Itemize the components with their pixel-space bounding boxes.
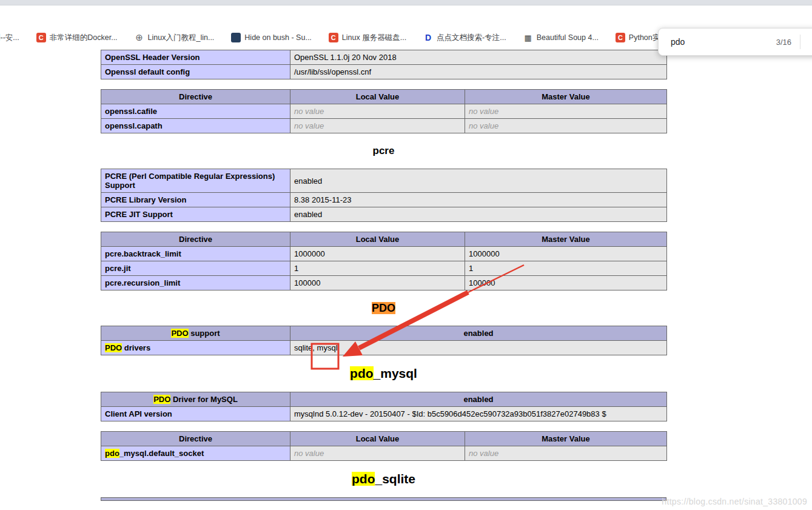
csdn-watermark: https://blog.csdn.net/sinat_33801009 [662, 497, 807, 506]
pdo-drivers-value-cell: sqlite, mysql [290, 341, 667, 355]
table-row: openssl.cafile no value no value [101, 104, 667, 119]
table-row: openssl.capath no value no value [101, 119, 667, 133]
table-row: Openssl default config /usr/lib/ssl/open… [101, 65, 667, 79]
find-match: pdo [352, 472, 375, 486]
find-input[interactable]: pdo [671, 37, 776, 47]
window-top-strip [0, 0, 812, 5]
current-find-match: PDO [372, 302, 395, 314]
find-in-page-bar: pdo 3/16 ∧ [658, 28, 812, 56]
table-row: PDO drivers sqlite, mysql [101, 341, 667, 355]
csdn-icon: C [36, 33, 46, 42]
setting-value-cell: OpenSSL 1.1.0j 20 Nov 2018 [290, 50, 667, 65]
bookmark-label: Beautiful Soup 4... [537, 33, 599, 42]
table-row: pcre.recursion_limit 100000 100000 [101, 276, 667, 290]
master-value-cell: 100000 [465, 276, 667, 290]
setting-value-cell: 8.38 2015-11-23 [290, 193, 667, 207]
bookmark-item[interactable]: ▦ Beautiful Soup 4... [523, 33, 599, 42]
setting-value-cell: enabled [290, 169, 667, 193]
directive-name-cell: openssl.cafile [101, 104, 290, 119]
pdo-mysql-driver-value-cell: enabled [290, 392, 667, 407]
table-header-row: PDO Driver for MySQL enabled [101, 392, 667, 407]
find-match: pdo [350, 366, 373, 380]
table-row: pdo_mysql.default_socket no value no val… [101, 446, 667, 461]
table-header-row: Directive Local Value Master Value [101, 432, 667, 446]
csdn-icon: C [616, 33, 625, 42]
find-match: pdo [105, 449, 119, 458]
directive-name-cell: pcre.backtrack_limit [101, 247, 290, 261]
pcre-directives-table: Directive Local Value Master Value pcre.… [101, 232, 667, 290]
globe-icon: ⊕ [135, 33, 144, 42]
grid-icon: ▦ [523, 33, 533, 42]
table-header-row: Directive Local Value Master Value [101, 90, 667, 104]
directive-name-cell: pdo_mysql.default_socket [101, 446, 290, 461]
section-heading-pcre: pcre [101, 143, 666, 159]
setting-name-cell: PCRE JIT Support [101, 207, 290, 222]
bookmark-label: Linux入门教程_lin... [148, 33, 215, 43]
master-value-cell: no value [465, 446, 667, 461]
master-value-cell: no value [465, 119, 667, 133]
find-match: PDO [171, 329, 188, 338]
pdo-support-value-cell: enabled [290, 326, 667, 341]
master-value-cell: 1 [465, 261, 667, 276]
bookmark-item[interactable]: C 非常详细的Docker... [36, 33, 118, 43]
setting-name-cell: PCRE Library Version [101, 193, 290, 207]
master-value-cell: 1000000 [465, 247, 667, 261]
local-value-header-cell: Local Value [290, 90, 465, 104]
directive-header-cell: Directive [101, 90, 290, 104]
bookmark-item[interactable]: ⊕ Linux入门教程_lin... [135, 33, 215, 43]
table-row: PCRE (Perl Compatible Regular Expression… [101, 169, 667, 193]
next-table-partial-edge [101, 497, 666, 501]
openssl-directives-table: Directive Local Value Master Value opens… [101, 89, 667, 133]
pdo-drivers-name-cell: PDO drivers [101, 341, 290, 355]
local-value-cell: no value [290, 119, 465, 133]
directive-header-cell: Directive [101, 232, 290, 247]
find-match-counter: 3/16 [776, 38, 791, 47]
pcre-info-table: PCRE (Perl Compatible Regular Expression… [101, 169, 667, 222]
openssl-config-table: OpenSSL Header Version OpenSSL 1.1.0j 20… [101, 50, 667, 79]
local-value-cell: 1 [290, 261, 465, 276]
master-value-header-cell: Master Value [465, 232, 667, 247]
local-value-header-cell: Local Value [290, 432, 465, 446]
table-row: OpenSSL Header Version OpenSSL 1.1.0j 20… [101, 50, 667, 65]
table-row: pcre.jit 1 1 [101, 261, 667, 276]
pdo-table: PDO support enabled PDO drivers sqlite, … [101, 326, 667, 355]
setting-name-cell: Openssl default config [101, 65, 290, 79]
bookmark-label: 点点文档搜索-专注... [437, 33, 506, 43]
section-heading-pdo-sqlite: pdo_sqlite [101, 471, 666, 488]
mysql-driver-value: mysql [317, 343, 338, 352]
table-row: PCRE JIT Support enabled [101, 207, 667, 222]
bookmark-label: Hide on bush - Su... [244, 33, 311, 42]
bookmark-label: 非常详细的Docker... [50, 33, 118, 43]
pdo-mysql-info-table: PDO Driver for MySQL enabled Client API … [101, 392, 667, 421]
bookmark-item[interactable]: D 点点文档搜索-专注... [423, 33, 506, 43]
pdo-support-header-cell: PDO support [101, 326, 290, 341]
local-value-cell: no value [290, 104, 465, 119]
bookmark-item[interactable]: 列--安... [0, 33, 19, 43]
table-header-row: PDO support enabled [101, 326, 667, 341]
directive-name-cell: pcre.recursion_limit [101, 276, 290, 290]
find-match: PDO [105, 343, 122, 352]
bookmark-item[interactable]: C Linux 服务器磁盘... [329, 33, 406, 43]
local-value-header-cell: Local Value [290, 232, 465, 247]
find-match: PDO [153, 395, 170, 404]
local-value-cell: 100000 [290, 276, 465, 290]
setting-name-cell: OpenSSL Header Version [101, 50, 290, 65]
master-value-header-cell: Master Value [465, 432, 667, 446]
setting-name-cell: PCRE (Perl Compatible Regular Expression… [101, 169, 290, 193]
bookmark-item[interactable]: Hide on bush - Su... [231, 33, 311, 42]
table-row: PCRE Library Version 8.38 2015-11-23 [101, 193, 667, 207]
section-heading-pdo-mysql: pdo_mysql [101, 365, 666, 382]
site-favicon-icon [231, 33, 241, 42]
table-header-row: Directive Local Value Master Value [101, 232, 667, 247]
directive-name-cell: openssl.capath [101, 119, 290, 133]
csdn-icon: C [329, 33, 338, 42]
master-value-cell: no value [465, 104, 667, 119]
bookmark-label: 列--安... [0, 33, 19, 43]
pdo-mysql-driver-header-cell: PDO Driver for MySQL [101, 392, 290, 407]
chevron-up-icon[interactable]: ∧ [809, 36, 812, 47]
find-divider [800, 35, 800, 49]
phpinfo-page: OpenSSL Header Version OpenSSL 1.1.0j 20… [0, 50, 812, 510]
docs-site-icon: D [423, 33, 433, 42]
local-value-cell: 1000000 [290, 247, 465, 261]
client-api-value-cell: mysqlnd 5.0.12-dev - 20150407 - $Id: b5c… [290, 407, 667, 421]
